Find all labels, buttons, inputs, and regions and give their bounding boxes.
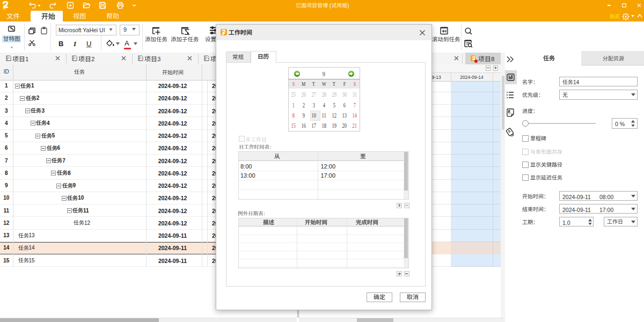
svg-text:): ) xyxy=(347,2,349,8)
svg-text:14: 14 xyxy=(573,79,580,85)
svg-text:(: ( xyxy=(328,2,332,8)
